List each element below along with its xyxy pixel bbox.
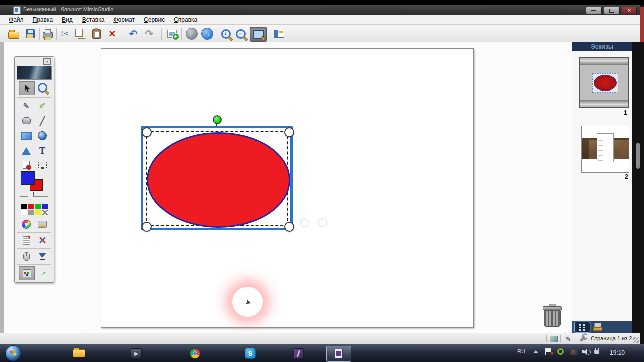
tray-device-error-icon[interactable]: × [570, 348, 577, 355]
copy-button[interactable] [73, 27, 87, 41]
print-button[interactable] [41, 27, 54, 41]
swatch-white[interactable] [21, 210, 27, 215]
tray-green-icon[interactable] [557, 348, 564, 355]
volume-icon[interactable] [582, 349, 590, 355]
foreground-color-swatch[interactable] [21, 171, 35, 185]
open-button[interactable] [7, 27, 20, 41]
menu-insert[interactable]: Вставка [77, 15, 109, 24]
redo-button[interactable]: ↷ [143, 27, 156, 41]
menu-help[interactable]: Справка [169, 15, 202, 24]
thumbnails-grid-icon [579, 324, 581, 326]
new-page-icon [167, 30, 177, 38]
network-plug-icon[interactable] [594, 348, 600, 355]
menu-tools[interactable]: Сервис [139, 15, 169, 24]
action-center-icon[interactable]: × [545, 348, 552, 355]
swatch-blue[interactable] [42, 204, 48, 209]
marker-mode-button[interactable]: → [35, 266, 50, 279]
applications-button[interactable] [19, 266, 35, 280]
new-page-button[interactable] [165, 27, 178, 41]
menu-edit[interactable]: Правка [28, 15, 58, 24]
triangle-tool[interactable] [19, 144, 34, 157]
selection-frame[interactable] [141, 126, 293, 230]
trash-can[interactable] [541, 304, 564, 327]
zoom-out-button[interactable]: − [234, 27, 247, 41]
start-button[interactable] [5, 345, 21, 361]
minimize-button[interactable] [586, 7, 602, 14]
wrench-icon [579, 336, 585, 342]
taskbar-skype-button[interactable]: S [243, 347, 258, 359]
gallery-view-button[interactable] [593, 323, 605, 331]
tray-expand-icon[interactable] [533, 350, 538, 353]
maximize-icon [609, 9, 614, 13]
copy-icon [78, 31, 85, 39]
drawing-tools-button[interactable] [35, 234, 50, 247]
swatch-gray[interactable] [28, 210, 34, 215]
thumbnails-view-button[interactable] [574, 322, 590, 333]
language-indicator[interactable]: RU [517, 348, 525, 354]
zoom-in-button[interactable]: + [219, 27, 232, 41]
zoom-tool[interactable] [35, 81, 50, 94]
interactive-mode-button[interactable] [250, 27, 267, 42]
page-thumbnail-2[interactable] [581, 126, 629, 173]
insert-file-tool[interactable] [19, 158, 34, 171]
resize-handle-top-right[interactable] [284, 127, 294, 137]
eraser-tool[interactable] [19, 114, 34, 127]
mouse-mode-button[interactable] [19, 250, 34, 263]
taskbar-clock[interactable]: 19:10 [610, 349, 625, 356]
taskbar-purple-app-button[interactable] [291, 347, 306, 359]
resize-grip[interactable] [633, 337, 639, 343]
resize-handle-bottom-right[interactable] [284, 222, 294, 232]
thickness-slider-handle[interactable] [28, 192, 34, 200]
spotlight-button[interactable] [35, 250, 50, 263]
screen-clipping-tool[interactable] [35, 158, 50, 171]
highlighter-tool[interactable]: ✐ [35, 99, 50, 112]
pen-tool[interactable]: ✎ [19, 99, 34, 112]
swatch-black[interactable] [21, 204, 27, 209]
view-layout-button[interactable] [273, 27, 286, 41]
text-tool[interactable]: T [35, 144, 50, 157]
line-tool[interactable]: ╱ [35, 114, 50, 127]
thumbnail-dialog [597, 133, 614, 162]
save-button[interactable] [24, 27, 37, 41]
more-colors-button[interactable] [35, 218, 50, 231]
resize-handle-bottom-left[interactable] [142, 222, 152, 232]
swatch-yellow[interactable] [35, 210, 41, 215]
ellipse-tool[interactable] [35, 129, 50, 142]
toolbar-separator [123, 28, 123, 40]
swatch-red[interactable] [28, 204, 34, 209]
app-icon [13, 6, 21, 14]
next-page-button[interactable]: → [201, 27, 214, 41]
menu-file[interactable]: Файл [4, 15, 28, 24]
palette-close-button[interactable]: × [43, 58, 51, 65]
delete-button[interactable]: × [106, 27, 119, 41]
rectangle-tool[interactable] [19, 129, 34, 142]
resize-handle-top-left[interactable] [142, 127, 152, 137]
status-tools-button[interactable] [578, 335, 587, 343]
sidebar-scrollbar-thumb[interactable] [636, 143, 640, 169]
undo-button[interactable]: ↶ [127, 27, 140, 41]
taskbar-explorer-button[interactable] [71, 347, 87, 359]
taskbar-mimiostudio-button[interactable] [326, 346, 351, 362]
print-icon [43, 32, 53, 38]
sidebar-scrollbar-track[interactable] [632, 42, 644, 344]
maximize-button[interactable] [604, 7, 620, 14]
previous-page-button[interactable]: ← [185, 27, 198, 41]
taskbar-chrome-button[interactable] [187, 347, 202, 359]
status-pen-button[interactable]: ✎ [564, 335, 573, 343]
close-button[interactable]: × [622, 7, 637, 14]
swatch-green[interactable] [35, 204, 41, 209]
swatch-transparent[interactable] [42, 210, 48, 215]
paste-button[interactable] [90, 27, 103, 41]
palette-banner-image [17, 66, 52, 80]
color-wheel-button[interactable] [19, 218, 34, 231]
cut-button[interactable]: ✂ [58, 27, 71, 41]
selection-tool[interactable] [19, 81, 35, 95]
status-page-view-button[interactable] [549, 335, 558, 343]
page-thumbnail-1[interactable] [579, 57, 629, 108]
rotation-handle[interactable] [213, 115, 222, 124]
taskbar-player-button[interactable]: ▶ [129, 347, 144, 359]
menu-view[interactable]: Вид [57, 15, 77, 24]
purple-app-icon [293, 348, 304, 359]
menu-format[interactable]: Формат [109, 15, 139, 24]
notebook-button[interactable] [19, 234, 34, 247]
